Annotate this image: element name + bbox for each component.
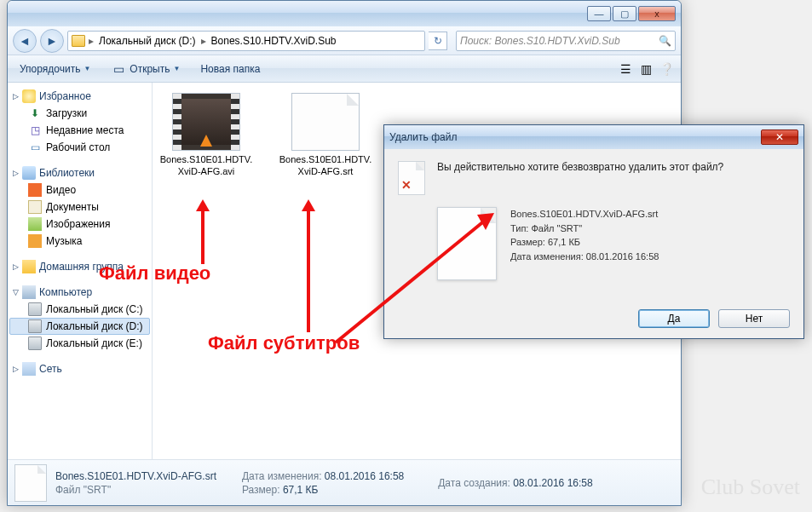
chevron-down-icon: ▼ xyxy=(84,65,90,72)
crumb-sep: ▸ xyxy=(87,35,95,47)
newfolder-button[interactable]: Новая папка xyxy=(195,60,265,78)
forward-button[interactable]: ► xyxy=(40,29,64,53)
video-thumb xyxy=(172,93,240,151)
toolbar: Упорядочить▼ ▭ Открыть▼ Новая папка ☰ ▥ … xyxy=(8,55,681,83)
star-icon xyxy=(22,89,36,103)
drive-icon xyxy=(28,302,42,316)
library-icon xyxy=(22,166,36,180)
network-label: Сеть xyxy=(39,363,62,375)
sidebar-item-music[interactable]: Музыка xyxy=(9,233,150,250)
watermark: Club Sovet xyxy=(701,475,800,500)
maximize-button[interactable]: ▢ xyxy=(613,6,636,21)
sidebar-group-homegroup[interactable]: ▷Домашняя группа xyxy=(9,258,150,275)
sidebar-group-favorites[interactable]: ▷Избранное xyxy=(9,88,150,105)
sidebar-group-network[interactable]: ▷Сеть xyxy=(9,360,150,377)
drive-icon xyxy=(28,337,42,350)
homegroup-icon xyxy=(22,260,36,273)
crumb-sep: ▸ xyxy=(199,35,208,47)
sidebar-item-label: Загрузки xyxy=(46,107,87,119)
dialog-titlebar[interactable]: Удалить файл ✕ xyxy=(384,125,803,149)
folder-icon xyxy=(72,35,85,47)
sidebar-item-downloads[interactable]: ⬇Загрузки xyxy=(9,105,150,122)
documents-icon xyxy=(28,200,42,214)
file-thumb xyxy=(291,93,360,151)
file-name: Bones.S10E01.HDTV.XviD-AFG.avi xyxy=(159,154,253,178)
dialog-file-icon xyxy=(437,207,497,280)
file-item-srt[interactable]: Bones.S10E01.HDTV.XviD-AFG.srt xyxy=(279,93,372,178)
sidebar-item-video[interactable]: Видео xyxy=(9,181,150,198)
sidebar-item-label: Локальный диск (C:) xyxy=(46,303,143,315)
chevron-down-icon: ▼ xyxy=(173,65,180,72)
dialog-file-name: Bones.S10E01.HDTV.XviD-AFG.srt xyxy=(510,207,659,221)
music-icon xyxy=(28,234,42,248)
sidebar-group-computer[interactable]: ▽Компьютер xyxy=(9,284,150,301)
network-icon xyxy=(22,362,36,376)
sidebar-item-drive-e[interactable]: Локальный диск (E:) xyxy=(9,335,150,352)
sidebar-item-images[interactable]: Изображения xyxy=(9,216,150,233)
status-size-value: 67,1 КБ xyxy=(283,484,319,496)
open-button[interactable]: ▭ Открыть▼ xyxy=(106,60,185,78)
status-filename: Bones.S10E01.HDTV.XviD-AFG.srt xyxy=(55,470,216,482)
status-modified-value: 08.01.2016 16:58 xyxy=(325,470,404,482)
titlebar[interactable]: — ▢ x xyxy=(8,1,681,26)
search-placeholder: Поиск: Bones.S10.HDTV.XviD.Sub xyxy=(460,35,620,47)
sidebar-item-documents[interactable]: Документы xyxy=(9,198,150,216)
search-input[interactable]: Поиск: Bones.S10.HDTV.XviD.Sub 🔍 xyxy=(456,31,676,51)
open-label: Открыть xyxy=(130,63,170,75)
newfolder-label: Новая папка xyxy=(200,63,260,75)
preview-button[interactable]: ▥ xyxy=(638,62,654,76)
crumb-folder[interactable]: Bones.S10.HDTV.XviD.Sub xyxy=(210,35,338,47)
sidebar-item-label: Недавние места xyxy=(46,124,124,136)
status-bar: Bones.S10E01.HDTV.XviD-AFG.srt Файл "SRT… xyxy=(8,459,681,505)
homegroup-label: Домашняя группа xyxy=(39,261,124,273)
dialog-title: Удалить файл xyxy=(389,131,457,143)
refresh-button[interactable]: ↻ xyxy=(429,32,447,50)
no-button[interactable]: Нет xyxy=(718,309,790,328)
search-icon: 🔍 xyxy=(659,35,671,47)
video-icon xyxy=(28,183,42,197)
status-size-label: Размер: xyxy=(242,484,280,496)
dialog-close-button[interactable]: ✕ xyxy=(761,129,798,145)
minimize-button[interactable]: — xyxy=(587,6,611,21)
close-button[interactable]: x xyxy=(638,6,676,21)
status-modified-label: Дата изменения: xyxy=(242,470,322,482)
computer-icon xyxy=(22,285,36,299)
breadcrumb[interactable]: ▸ Локальный диск (D:) ▸ Bones.S10.HDTV.X… xyxy=(67,31,425,51)
back-button[interactable]: ◄ xyxy=(13,29,37,53)
help-button[interactable]: ❔ xyxy=(659,62,674,76)
recent-icon: ◳ xyxy=(28,124,42,137)
download-icon: ⬇ xyxy=(28,106,42,120)
sidebar: ▷Избранное ⬇Загрузки ◳Недавние места ▭Ра… xyxy=(8,83,153,459)
sidebar-item-label: Локальный диск (D:) xyxy=(46,320,143,332)
sidebar-group-libraries[interactable]: ▷Библиотеки xyxy=(9,164,150,181)
file-item-video[interactable]: Bones.S10E01.HDTV.XviD-AFG.avi xyxy=(159,93,253,178)
desktop-icon: ▭ xyxy=(28,141,42,154)
sidebar-item-drive-d[interactable]: Локальный диск (D:) xyxy=(9,318,150,335)
organize-label: Упорядочить xyxy=(20,63,80,75)
yes-button[interactable]: Да xyxy=(638,309,710,328)
dialog-file-modified: Дата изменения: 08.01.2016 16:58 xyxy=(510,250,659,264)
delete-icon: ✕ xyxy=(398,161,425,195)
sidebar-item-desktop[interactable]: ▭Рабочий стол xyxy=(9,139,150,156)
navbar: ◄ ► ▸ Локальный диск (D:) ▸ Bones.S10.HD… xyxy=(8,26,681,55)
sidebar-item-label: Документы xyxy=(46,201,99,213)
organize-button[interactable]: Упорядочить▼ xyxy=(14,60,95,78)
status-created-label: Дата создания: xyxy=(438,477,510,489)
file-icon xyxy=(14,464,47,502)
sidebar-item-label: Изображения xyxy=(46,218,110,230)
file-name: Bones.S10E01.HDTV.XviD-AFG.srt xyxy=(279,154,372,178)
delete-dialog: Удалить файл ✕ ✕ Вы действительно хотите… xyxy=(383,124,804,339)
sidebar-item-label: Локальный диск (E:) xyxy=(46,337,142,349)
crumb-drive[interactable]: Локальный диск (D:) xyxy=(97,35,198,47)
dialog-message: Вы действительно хотите безвозвратно уда… xyxy=(437,161,723,195)
view-button[interactable]: ☰ xyxy=(618,62,633,76)
dialog-file-type: Тип: Файл "SRT" xyxy=(510,221,659,236)
sidebar-item-recent[interactable]: ◳Недавние места xyxy=(9,122,150,139)
sidebar-item-label: Видео xyxy=(46,184,76,196)
status-type: Файл "SRT" xyxy=(55,484,216,496)
sidebar-item-drive-c[interactable]: Локальный диск (C:) xyxy=(9,301,150,318)
libraries-label: Библиотеки xyxy=(39,167,95,179)
favorites-label: Избранное xyxy=(39,90,91,102)
computer-label: Компьютер xyxy=(39,286,92,298)
drive-icon xyxy=(28,319,42,333)
